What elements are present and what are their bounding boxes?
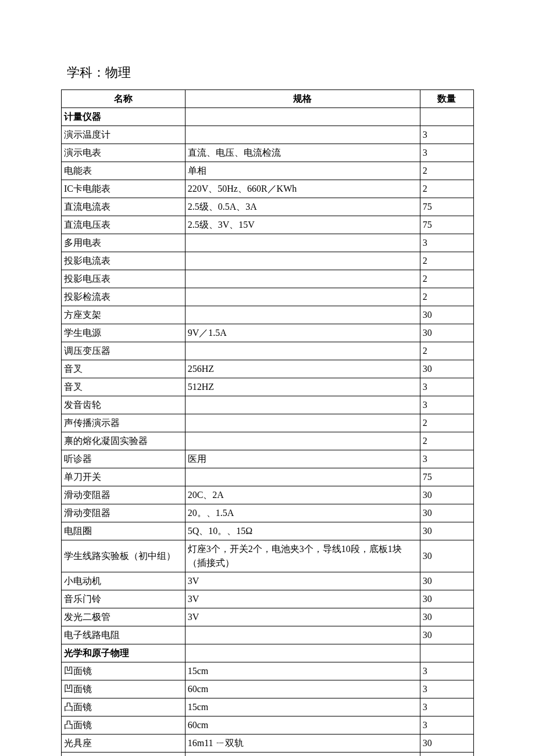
- table-row: 音叉256HZ30: [62, 360, 474, 378]
- cell-spec: 直流、电压、电流检流: [185, 144, 420, 162]
- cell-qty: 3: [420, 698, 473, 716]
- cell-qty: 30: [420, 540, 473, 572]
- table-row: 演示温度计3: [62, 126, 474, 144]
- cell-spec: 2.5级、3V、15V: [185, 216, 420, 234]
- cell-qty: 2: [420, 180, 473, 198]
- cell-qty: 2: [420, 288, 473, 306]
- cell-qty: 30: [420, 734, 473, 753]
- cell-spec: [185, 234, 420, 252]
- cell-spec: 512HZ: [185, 378, 420, 396]
- table-row: 电阻圈5Q、10。、15Ω30: [62, 522, 474, 540]
- cell-qty: 2: [420, 270, 473, 288]
- table-row: IC卡电能表220V、50Hz、660R／KWh2: [62, 180, 474, 198]
- cell-name: 计量仪器: [62, 108, 186, 126]
- table-row: 光具座16m11 ㄧ双轨30: [62, 734, 474, 753]
- table-row: 投影检流表2: [62, 288, 474, 306]
- table-row: 单刀开关75: [62, 468, 474, 486]
- equipment-table: 名称 规格 数量 计量仪器演示温度计3演示电表直流、电压、电流检流3电能表单相2…: [61, 89, 474, 756]
- cell-name: 光具座: [62, 734, 186, 753]
- cell-name: 凹面镜: [62, 680, 186, 698]
- cell-spec: [185, 126, 420, 144]
- cell-spec: [185, 644, 420, 662]
- cell-qty: 3: [420, 378, 473, 396]
- cell-qty: 3: [420, 680, 473, 698]
- cell-name: 音叉: [62, 378, 186, 396]
- cell-qty: 30: [420, 590, 473, 608]
- cell-name: 投影电压表: [62, 270, 186, 288]
- table-row: 滑动变阻器20。、1.5A30: [62, 504, 474, 522]
- cell-name: 滑动变阻器: [62, 486, 186, 504]
- table-row: 声传播演示器2: [62, 414, 474, 432]
- cell-qty: 30: [420, 504, 473, 522]
- table-row: 投影电流表2: [62, 252, 474, 270]
- cell-qty: 2: [420, 414, 473, 432]
- cell-name: 调压变压器: [62, 342, 186, 360]
- cell-qty: 3: [420, 126, 473, 144]
- cell-spec: 3V: [185, 608, 420, 626]
- cell-qty: 75: [420, 468, 473, 486]
- cell-name: 多用电表: [62, 234, 186, 252]
- cell-qty: 3: [420, 144, 473, 162]
- cell-qty: 30: [420, 522, 473, 540]
- table-row: 计量仪器: [62, 108, 474, 126]
- table-row: 音叉512HZ3: [62, 378, 474, 396]
- cell-name: 音叉: [62, 360, 186, 378]
- cell-qty: 3: [420, 662, 473, 680]
- table-row: 直流电压表2.5级、3V、15V75: [62, 216, 474, 234]
- cell-spec: 220V、50Hz、660R／KWh: [185, 180, 420, 198]
- cell-spec: [185, 252, 420, 270]
- table-row: 三棱镜3: [62, 753, 474, 757]
- table-row: 音乐门铃3V30: [62, 590, 474, 608]
- cell-name: 电阻圈: [62, 522, 186, 540]
- cell-spec: 单相: [185, 162, 420, 180]
- table-row: 凹面镜60cm3: [62, 680, 474, 698]
- cell-spec: 灯座3个，开关2个，电池夹3个，导线10段，底板1块（插接式）: [185, 540, 420, 572]
- cell-spec: 15cm: [185, 698, 420, 716]
- header-qty: 数量: [420, 90, 473, 108]
- table-row: 发光二极管3V30: [62, 608, 474, 626]
- cell-name: 投影电流表: [62, 252, 186, 270]
- cell-spec: 60cm: [185, 716, 420, 734]
- cell-spec: [185, 342, 420, 360]
- cell-name: 方座支架: [62, 306, 186, 324]
- cell-spec: [185, 414, 420, 432]
- cell-spec: [185, 468, 420, 486]
- table-row: 演示电表直流、电压、电流检流3: [62, 144, 474, 162]
- cell-name: IC卡电能表: [62, 180, 186, 198]
- table-row: 学生线路实验板（初中组）灯座3个，开关2个，电池夹3个，导线10段，底板1块（插…: [62, 540, 474, 572]
- cell-spec: 60cm: [185, 680, 420, 698]
- cell-spec: [185, 288, 420, 306]
- cell-name: 发光二极管: [62, 608, 186, 626]
- cell-spec: [185, 753, 420, 757]
- table-row: 多用电表3: [62, 234, 474, 252]
- table-row: 小电动机3V30: [62, 572, 474, 590]
- cell-qty: 30: [420, 324, 473, 342]
- cell-spec: 3V: [185, 572, 420, 590]
- cell-spec: [185, 270, 420, 288]
- table-row: 投影电压表2: [62, 270, 474, 288]
- cell-qty: 3: [420, 234, 473, 252]
- cell-qty: 3: [420, 396, 473, 414]
- header-spec: 规格: [185, 90, 420, 108]
- cell-qty: 30: [420, 360, 473, 378]
- cell-qty: 2: [420, 342, 473, 360]
- table-row: 调压变压器2: [62, 342, 474, 360]
- cell-qty: 30: [420, 486, 473, 504]
- table-row: 滑动变阻器20C、2A30: [62, 486, 474, 504]
- cell-spec: 2.5级、0.5A、3A: [185, 198, 420, 216]
- table-row: 听诊器医用3: [62, 450, 474, 468]
- table-row: 发音齿轮3: [62, 396, 474, 414]
- cell-qty: 30: [420, 572, 473, 590]
- table-row: 禀的熔化凝固实验器2: [62, 432, 474, 450]
- cell-qty: 2: [420, 252, 473, 270]
- page-title: 学科：物理: [67, 64, 474, 81]
- table-row: 凸面镜60cm3: [62, 716, 474, 734]
- cell-qty: [420, 644, 473, 662]
- header-name: 名称: [62, 90, 186, 108]
- cell-spec: 256HZ: [185, 360, 420, 378]
- cell-qty: 30: [420, 306, 473, 324]
- table-row: 凸面镜15cm3: [62, 698, 474, 716]
- cell-qty: 2: [420, 432, 473, 450]
- cell-qty: 2: [420, 162, 473, 180]
- table-row: 电子线路电阻30: [62, 626, 474, 644]
